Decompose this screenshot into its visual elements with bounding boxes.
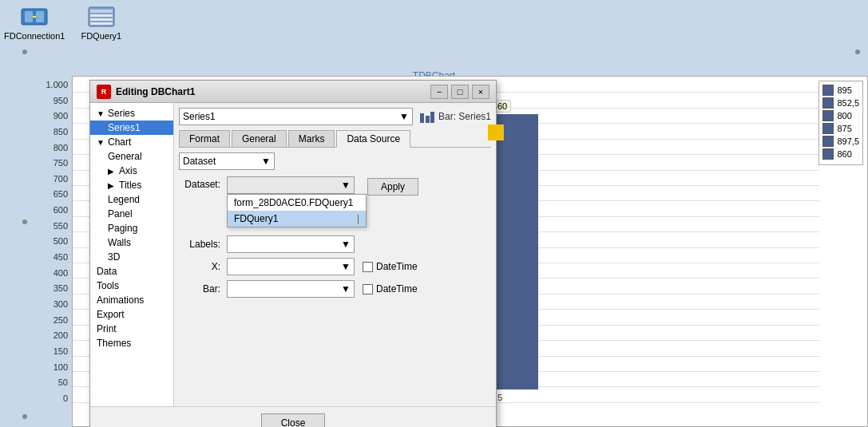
tab-marks[interactable]: Marks <box>288 130 335 147</box>
tree-export[interactable]: Export <box>90 307 173 322</box>
tree-titles-label: Titles <box>119 180 141 191</box>
svg-rect-7 <box>90 18 113 21</box>
tab-format[interactable]: Format <box>179 130 230 147</box>
minimize-button[interactable]: − <box>430 85 448 99</box>
tree-series1-label: Series1 <box>108 122 141 133</box>
tree-animations[interactable]: Animations <box>90 293 173 307</box>
dropdown-cursor: | <box>357 213 359 224</box>
x-combo[interactable]: ▼ <box>227 258 355 275</box>
tree-titles[interactable]: ▶ Titles <box>90 178 173 192</box>
tab-datasource[interactable]: Data Source <box>336 130 410 148</box>
tree-paging-label: Paging <box>108 223 137 234</box>
dataset-field-combo[interactable]: ▼ <box>227 176 355 194</box>
legend-color-4 <box>822 123 834 134</box>
labels-combo[interactable]: ▼ <box>227 235 355 253</box>
dataset-field-area: ▼ form_28D0ACE0.FDQuery1 FDQuery1 | <box>227 176 355 194</box>
y-label-500: 500 <box>54 236 68 246</box>
tree-walls[interactable]: Walls <box>90 235 173 250</box>
svg-rect-9 <box>420 113 424 123</box>
tree-paging[interactable]: Paging <box>90 221 173 235</box>
labels-field-row: Labels: ▼ <box>179 235 491 253</box>
tree-themes[interactable]: Themes <box>90 336 173 350</box>
tree-panel-item[interactable]: Panel <box>90 207 173 221</box>
legend-color-3 <box>822 110 834 121</box>
tree-3d[interactable]: 3D <box>90 250 173 264</box>
tab-general[interactable]: General <box>232 130 287 147</box>
y-label-600: 600 <box>54 205 68 215</box>
rad-logo: R <box>97 85 111 99</box>
dataset-field-arrow: ▼ <box>341 180 351 191</box>
maximize-button[interactable]: □ <box>451 85 469 99</box>
legend-item-5: 897,5 <box>822 136 859 147</box>
legend-value-6: 860 <box>837 149 851 159</box>
series-combo-value: Series1 <box>183 111 216 122</box>
x-arrow: ▼ <box>341 261 351 272</box>
tree-panel[interactable]: ▼ Series Series1 ▼ Chart General <box>90 103 174 406</box>
legend-value-5: 897,5 <box>837 136 859 146</box>
bar-combo[interactable]: ▼ <box>227 280 355 298</box>
legend-item-3: 800 <box>822 110 859 121</box>
yellow-marker <box>488 125 504 140</box>
bar-datetime-check: DateTime <box>363 283 418 295</box>
dataset-type-arrow: ▼ <box>261 156 271 167</box>
y-label-150: 150 <box>54 346 68 356</box>
legend-item-1: 895 <box>822 85 859 96</box>
tree-chart-group[interactable]: ▼ Chart <box>90 135 173 149</box>
series-selector-row: Series1 ▼ Bar: Series1 <box>179 108 491 125</box>
fdconnection-component[interactable]: FDConnection1 <box>4 4 65 41</box>
close-dialog-button[interactable]: × <box>472 85 489 99</box>
svg-rect-10 <box>426 116 430 123</box>
bar-field-row: Bar: ▼ DateTime <box>179 280 491 298</box>
y-label-400: 400 <box>54 268 68 278</box>
series-type-label: Bar: Series1 <box>438 111 491 122</box>
titles-expander: ▶ <box>108 181 117 190</box>
y-label-850: 850 <box>54 127 68 136</box>
series-combo-arrow: ▼ <box>399 111 409 122</box>
desktop: TDBChart FDConnection1 <box>0 0 868 427</box>
tree-legend[interactable]: Legend <box>90 192 173 207</box>
tree-axis[interactable]: ▶ Axis <box>90 164 173 178</box>
dot-tr <box>855 49 860 54</box>
dropdown-option-1[interactable]: form_28D0ACE0.FDQuery1 <box>228 195 366 211</box>
tree-print[interactable]: Print <box>90 322 173 336</box>
tree-tools[interactable]: Tools <box>90 279 173 293</box>
tree-axis-label: Axis <box>119 165 137 176</box>
labels-label: Labels: <box>179 239 227 250</box>
tree-series1[interactable]: Series1 <box>90 121 173 135</box>
apply-button[interactable]: Apply <box>367 178 418 196</box>
fdquery-component[interactable]: FDQuery1 <box>81 4 121 41</box>
fdquery-label: FDQuery1 <box>81 31 121 41</box>
dialog-body: ▼ Series Series1 ▼ Chart General <box>90 103 496 406</box>
x-datetime-check: DateTime <box>363 261 418 272</box>
bar-datetime-checkbox[interactable] <box>363 284 373 295</box>
y-label-100: 100 <box>54 362 68 372</box>
dialog-titlebar: R Editing DBChart1 − □ × <box>90 81 496 103</box>
bar-x-2: 5 <box>497 393 502 402</box>
legend-color-5 <box>822 136 834 147</box>
svg-rect-6 <box>90 14 113 17</box>
fdquery-icon <box>85 4 117 30</box>
legend-item-4: 875 <box>822 123 859 134</box>
dataset-type-combo[interactable]: Dataset ▼ <box>179 152 275 170</box>
y-label-250: 250 <box>54 315 68 325</box>
bar-datetime-label: DateTime <box>376 283 418 295</box>
y-label-1000: 1.000 <box>46 80 68 89</box>
legend-color-2 <box>822 97 834 109</box>
tree-themes-label: Themes <box>97 338 131 349</box>
series-combo[interactable]: Series1 ▼ <box>179 108 413 125</box>
tree-tools-label: Tools <box>97 280 119 291</box>
dropdown-option-2[interactable]: FDQuery1 | <box>228 211 366 227</box>
svg-rect-5 <box>90 10 113 13</box>
x-datetime-checkbox[interactable] <box>363 262 373 272</box>
x-label: X: <box>179 261 227 272</box>
tree-export-label: Export <box>97 309 125 320</box>
dialog-controls: − □ × <box>430 85 489 99</box>
tree-data[interactable]: Data <box>90 264 173 279</box>
svg-rect-2 <box>36 11 44 22</box>
tree-series-group[interactable]: ▼ Series <box>90 106 173 121</box>
tree-legend-label: Legend <box>108 194 140 205</box>
close-button[interactable]: Close <box>261 413 326 427</box>
tree-general[interactable]: General <box>90 149 173 164</box>
fdconnection-label: FDConnection1 <box>4 31 65 41</box>
y-label-200: 200 <box>54 330 68 340</box>
